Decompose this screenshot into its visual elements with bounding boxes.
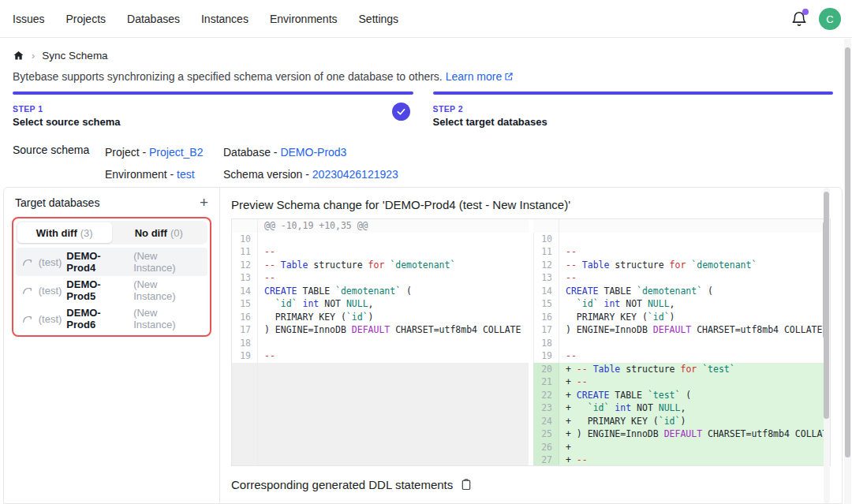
copy-ddl-button[interactable] — [460, 478, 473, 491]
diff-line-15: 15 `id` int NOT NULL, — [533, 297, 830, 311]
line-code: ) ENGINE=InnoDB DEFAULT CHARSET=utf8mb4 … — [559, 323, 830, 337]
breadcrumb-current: Sync Schema — [42, 50, 107, 62]
line-code: PRIMARY KEY (`id`) — [258, 311, 529, 324]
add-target-database-button[interactable]: + — [200, 197, 208, 208]
line-number: 15 — [533, 297, 559, 311]
database-link[interactable]: DEMO-Prod3 — [280, 146, 346, 159]
notifications-bell-button[interactable] — [790, 10, 808, 28]
line-number: 14 — [232, 285, 258, 298]
nav-item-settings[interactable]: Settings — [359, 13, 399, 25]
line-number: 10 — [232, 233, 258, 246]
target-databases-panel: Target databases + With diff (3) No diff… — [4, 188, 220, 503]
line-code: + `id` int NOT NULL, — [559, 401, 830, 415]
line-code: + ) ENGINE=InnoDB DEFAULT CHARSET=utf8mb… — [559, 427, 830, 441]
learn-more-link[interactable]: Learn more — [446, 70, 514, 83]
db-name: DEMO-Prod6 — [66, 307, 129, 330]
line-number: 11 — [232, 245, 258, 259]
line-code: + -- — [559, 375, 830, 389]
diff-pane-original: @@ -10,19 +10,35 @@ 10 11 -- 12 -- Table… — [232, 219, 533, 465]
tab-with-diff[interactable]: With diff (3) — [17, 222, 112, 243]
line-number: 19 — [232, 349, 258, 363]
nav-item-projects[interactable]: Projects — [65, 13, 106, 25]
line-number: 24 — [533, 415, 559, 428]
line-number — [533, 219, 559, 233]
line-code — [559, 337, 830, 350]
line-code: + PRIMARY KEY (`id`) — [559, 415, 830, 428]
line-number: 21 — [533, 375, 559, 389]
nav-item-environments[interactable]: Environments — [270, 13, 338, 25]
line-code: -- — [258, 271, 529, 285]
line-number: 17 — [232, 323, 258, 337]
line-code: + CREATE TABLE `test` ( — [559, 389, 830, 402]
line-code: -- — [258, 349, 529, 363]
diff-line-19: 19 -- — [232, 349, 529, 363]
line-number: 22 — [533, 389, 559, 402]
step-1: STEP 1 Select source schema — [13, 91, 413, 128]
field-database: Database - DEMO-Prod3 — [223, 146, 398, 159]
source-schema-summary: Source schema Project - Project_B2 Datab… — [13, 141, 398, 185]
db-name: DEMO-Prod5 — [66, 278, 129, 302]
target-database-demo-prod4[interactable]: (test) DEMO-Prod4 (New Instance) — [16, 248, 207, 276]
main-panel: Target databases + With diff (3) No diff… — [3, 187, 843, 504]
step-1-title: Select source schema — [13, 116, 413, 128]
line-code: + -- — [559, 454, 830, 466]
nav-item-instances[interactable]: Instances — [201, 13, 248, 25]
nav-item-issues[interactable]: Issues — [13, 13, 44, 25]
diff-line-18: 18 — [232, 337, 529, 350]
step-2: STEP 2 Select target databases — [433, 91, 834, 128]
breadcrumb-separator-icon: › — [32, 50, 35, 62]
panel-scrollbar-thumb[interactable] — [824, 192, 829, 419]
main-nav: IssuesProjectsDatabasesInstancesEnvironm… — [13, 13, 398, 25]
clipboard-icon — [460, 478, 473, 491]
line-number: 25 — [533, 427, 559, 441]
step-2-label: STEP 2 — [433, 104, 834, 114]
mysql-icon — [22, 256, 34, 268]
preview-panel: Preview Schema change for 'DEMO-Prod4 (t… — [220, 188, 842, 503]
user-avatar[interactable]: C — [819, 8, 841, 30]
db-suffix: (New Instance) — [133, 278, 201, 302]
line-code — [258, 337, 529, 350]
line-number: 11 — [533, 245, 559, 259]
diff-line-11: 11 -- — [232, 245, 529, 259]
intro-text: Bytebase supports synchronizing a specif… — [13, 70, 514, 84]
step-1-label: STEP 1 — [13, 104, 413, 114]
tab-no-diff[interactable]: No diff (0) — [112, 222, 207, 243]
diff-line-20: 20 + -- Table structure for `test` — [533, 363, 830, 376]
target-databases-highlight-box: With diff (3) No diff (0) (test) DEMO-Pr… — [12, 217, 211, 337]
line-number: 14 — [533, 285, 559, 298]
page-scrollbar-thumb[interactable] — [845, 47, 850, 457]
diff-line-15: 15 `id` int NOT NULL, — [232, 297, 529, 311]
target-database-demo-prod6[interactable]: (test) DEMO-Prod6 (New Instance) — [16, 304, 207, 333]
line-code: CREATE TABLE `demotenant` ( — [559, 285, 830, 298]
diff-line-27: 27 + -- — [533, 454, 830, 466]
step-indicator: STEP 1 Select source schema STEP 2 Selec… — [13, 91, 833, 128]
nav-item-databases[interactable]: Databases — [127, 13, 180, 25]
line-code: -- — [559, 349, 830, 363]
line-code: `id` int NOT NULL, — [258, 297, 529, 311]
target-database-demo-prod5[interactable]: (test) DEMO-Prod5 (New Instance) — [16, 276, 207, 304]
db-environment: (test) — [39, 256, 62, 268]
project-link[interactable]: Project_B2 — [149, 146, 203, 159]
diff-line-11: 11 -- — [533, 245, 830, 259]
db-suffix: (New Instance) — [133, 250, 201, 274]
diff-line-21: 21 + -- — [533, 375, 830, 389]
home-icon[interactable] — [13, 50, 24, 62]
schema-version-link[interactable]: 20230426121923 — [312, 168, 398, 181]
diff-line-17: 17 ) ENGINE=InnoDB DEFAULT CHARSET=utf8m… — [232, 323, 529, 337]
line-code: `id` int NOT NULL, — [559, 297, 830, 311]
external-link-icon — [504, 71, 514, 84]
mysql-icon — [22, 285, 34, 297]
diff-line-13: 13 -- — [533, 271, 830, 285]
target-database-list: (test) DEMO-Prod4 (New Instance) (test) … — [16, 248, 207, 333]
line-number: 18 — [232, 337, 258, 350]
step-complete-check-icon — [392, 103, 410, 121]
diff-line-10: 10 — [232, 233, 529, 246]
line-number: 16 — [533, 311, 559, 324]
environment-link[interactable]: test — [177, 168, 195, 181]
ddl-statements-title: Corresponding generated DDL statements — [231, 478, 453, 491]
line-number: 19 — [533, 349, 559, 363]
line-number: 10 — [533, 233, 559, 246]
diff-line-12: 12 -- Table structure for `demotenant` — [533, 259, 830, 272]
field-project: Project - Project_B2 — [105, 146, 223, 159]
line-code: -- Table structure for `demotenant` — [559, 259, 830, 272]
